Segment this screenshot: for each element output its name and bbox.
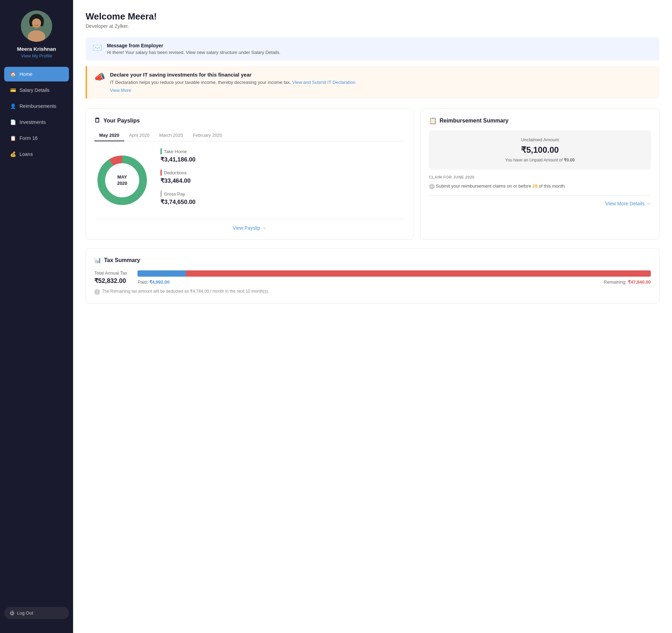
- claim-info-icon: i: [429, 184, 435, 189]
- donut-label: MAY 2020: [117, 174, 127, 186]
- payslip-tab-mar2020[interactable]: March 2020: [154, 130, 188, 141]
- sidebar-item-home-label: Home: [19, 71, 32, 77]
- it-declaration-text: IT Declaration helps you reduce your tax…: [110, 80, 355, 85]
- tax-paid-value: ₹4,992.00: [149, 279, 170, 285]
- avatar: [21, 10, 52, 42]
- reimbursement-header: 📋 Reimbursement Summary: [429, 117, 651, 125]
- view-more-details-link[interactable]: View More Details →: [606, 201, 651, 206]
- unclaimed-label: Unclaimed Amount: [436, 137, 644, 142]
- tax-summary-card: 📊 Tax Summary Total Annual Tax ₹52,832.0…: [86, 248, 659, 303]
- tax-remaining-label-section: Remaining: ₹47,840.00: [604, 279, 651, 285]
- reimbursement-card-icon: 📋: [429, 117, 437, 125]
- deductions-value: ₹33,464.00: [160, 177, 405, 184]
- payslip-stats: Take Home ₹3,41,186.00 Deductions ₹33,46…: [160, 148, 405, 212]
- it-view-more-link[interactable]: View More: [110, 88, 355, 93]
- sidebar-item-investments[interactable]: 📄 Investments: [4, 115, 69, 129]
- cards-row: 🗒 Your Payslips May 2020 April 2020 Marc…: [86, 108, 659, 240]
- claim-day: 28: [532, 183, 537, 189]
- payslip-tab-may2020[interactable]: May 2020: [94, 130, 124, 141]
- it-declaration-title: Declare your IT saving investments for t…: [110, 72, 355, 78]
- claim-title: CLAIM FOR JUNE 2020: [429, 175, 651, 179]
- reimbursement-icon: 👤: [10, 103, 16, 109]
- view-payslip-link[interactable]: View Payslip →: [232, 225, 266, 231]
- payslips-card: 🗒 Your Payslips May 2020 April 2020 Marc…: [86, 108, 413, 240]
- tax-paid-label-section: Paid: ₹4,992.00: [137, 279, 169, 285]
- view-profile-link[interactable]: View My Profile: [21, 53, 52, 58]
- loans-icon: 💰: [10, 151, 16, 157]
- tax-remaining-label: Remaining:: [604, 279, 627, 285]
- tax-bar-section: Paid: ₹4,992.00 Remaining: ₹47,840.00: [137, 270, 651, 285]
- unpaid-text: You have an Unpaid Amount of ₹0.00: [436, 158, 644, 163]
- message-banner: ✉️ Message from Employer Hi there! Your …: [86, 37, 659, 61]
- reimbursement-title: Reimbursement Summary: [440, 118, 508, 124]
- welcome-title: Welcome Meera!: [86, 11, 659, 22]
- tax-annual-value: ₹52,832.00: [94, 277, 127, 285]
- tax-annual-label: Total Annual Tax: [94, 270, 127, 276]
- payslips-title: Your Payslips: [103, 118, 140, 124]
- view-more-details-section: View More Details →: [429, 195, 651, 207]
- user-name: Meera Krishnan: [17, 46, 56, 52]
- sidebar-item-form16[interactable]: 📋 Form 16: [4, 131, 69, 145]
- sidebar-item-loans[interactable]: 💰 Loans: [4, 147, 69, 161]
- payslip-tabs: May 2020 April 2020 March 2020 February …: [94, 130, 405, 141]
- tax-bar-labels: Paid: ₹4,992.00 Remaining: ₹47,840.00: [137, 279, 651, 285]
- message-title: Message from Employer: [107, 43, 280, 48]
- claim-text: i Submit your reimbursement claims on or…: [429, 183, 651, 190]
- tax-icon: 📊: [94, 257, 101, 263]
- take-home-label: Take Home: [164, 149, 187, 154]
- deductions-label: Deductions: [164, 170, 187, 175]
- message-icon: ✉️: [93, 43, 102, 53]
- main-content: Welcome Meera! Developer at Zylker. ✉️ M…: [73, 0, 672, 633]
- tax-progress-bar: [137, 270, 651, 277]
- sidebar-item-salary-label: Salary Details: [19, 87, 49, 93]
- sidebar-item-loans-label: Loans: [19, 151, 33, 157]
- it-declaration-icon: 📣: [94, 72, 105, 82]
- logout-button[interactable]: ⏻ Log Out: [4, 607, 69, 619]
- tax-note: i The Remaining tax amount will be deduc…: [94, 289, 651, 295]
- salary-icon: 💳: [10, 87, 16, 93]
- view-payslip-section: View Payslip →: [94, 219, 405, 231]
- tax-paid-label: Paid:: [137, 279, 148, 285]
- reimbursement-summary-box: Unclaimed Amount ₹5,100.00 You have an U…: [429, 130, 651, 169]
- payslip-tab-apr2020[interactable]: April 2020: [124, 130, 155, 141]
- gross-pay-value: ₹3,74,650.00: [160, 198, 405, 206]
- home-icon: 🏠: [10, 71, 16, 77]
- tax-remaining-bar: [186, 270, 651, 277]
- message-body: Message from Employer Hi there! Your sal…: [107, 43, 280, 55]
- sidebar: Meera Krishnan View My Profile 🏠 Home 💳 …: [0, 0, 73, 633]
- deductions-stat: Deductions ₹33,464.00: [160, 169, 405, 184]
- logout-icon: ⏻: [10, 610, 14, 616]
- nav: 🏠 Home 💳 Salary Details 👤 Reimbursements…: [0, 67, 73, 607]
- investments-icon: 📄: [10, 119, 16, 125]
- sidebar-item-investments-label: Investments: [19, 119, 46, 125]
- payslip-tab-feb2020[interactable]: February 2020: [188, 130, 227, 141]
- tax-row: Total Annual Tax ₹52,832.00 Paid: ₹4,992…: [94, 270, 651, 285]
- tax-paid-bar: [137, 270, 186, 277]
- deductions-bar: [160, 169, 162, 176]
- tax-summary-title: 📊 Tax Summary: [94, 257, 651, 263]
- unpaid-amount: ₹0.00: [564, 158, 575, 163]
- it-declaration-link[interactable]: View and Submit IT Declaration: [292, 80, 356, 85]
- sidebar-item-salary-details[interactable]: 💳 Salary Details: [4, 83, 69, 97]
- form16-icon: 📋: [10, 135, 16, 141]
- tax-note-text: The Remaining tax amount will be deducte…: [102, 289, 269, 294]
- payslip-content: MAY 2020 Take Home ₹3,41,186.00: [94, 148, 405, 212]
- unclaimed-amount: ₹5,100.00: [436, 145, 644, 155]
- payslips-icon: 🗒: [94, 117, 101, 124]
- sidebar-item-home[interactable]: 🏠 Home: [4, 67, 69, 81]
- gross-pay-label: Gross Pay: [164, 191, 185, 197]
- logout-label: Log Out: [17, 610, 33, 616]
- tax-remaining-value: ₹47,840.00: [628, 279, 651, 285]
- reimbursement-card: 📋 Reimbursement Summary Unclaimed Amount…: [420, 108, 659, 240]
- welcome-subtitle: Developer at Zylker.: [86, 23, 659, 29]
- svg-point-7: [32, 18, 41, 27]
- gross-pay-stat: Gross Pay ₹3,74,650.00: [160, 191, 405, 206]
- take-home-value: ₹3,41,186.00: [160, 156, 405, 163]
- sidebar-item-reimbursements-label: Reimbursements: [19, 103, 56, 109]
- tax-note-icon: i: [94, 289, 100, 295]
- donut-chart: MAY 2020: [94, 152, 150, 208]
- sidebar-item-reimbursements[interactable]: 👤 Reimbursements: [4, 99, 69, 113]
- tax-annual-section: Total Annual Tax ₹52,832.00: [94, 270, 127, 285]
- message-text: Hi there! Your salary has been revised. …: [107, 50, 280, 55]
- take-home-bar: [160, 148, 162, 155]
